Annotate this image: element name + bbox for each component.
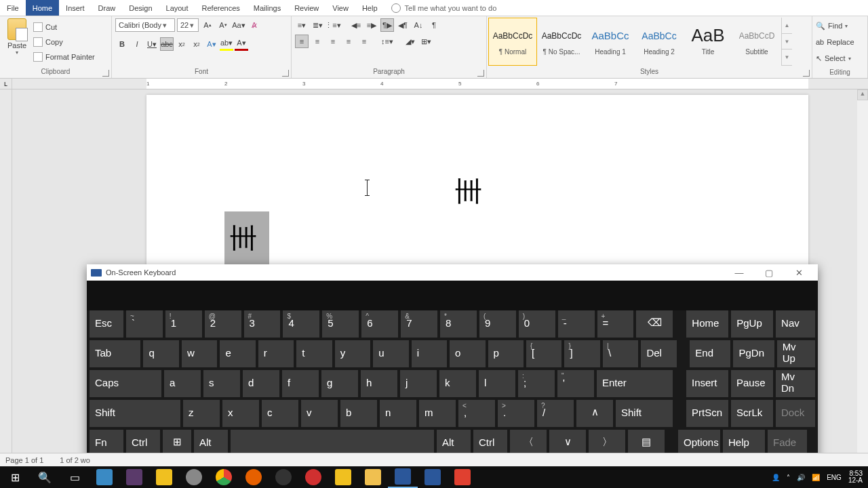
tray-language[interactable]: ENG [827,474,842,481]
vertical-scrollbar[interactable]: ▲ [857,89,868,466]
tell-me-search[interactable]: Tell me what you want to do [391,3,497,13]
style-heading-1[interactable]: AaBbCcHeading 1 [586,18,635,66]
bold-button[interactable]: B [115,37,129,51]
key-Home[interactable]: Home [686,310,728,338]
tab-layout[interactable]: Layout [159,0,195,16]
key-6[interactable]: ^6 [361,310,398,338]
key-o[interactable]: o [450,340,485,367]
tray-volume-icon[interactable]: 🔊 [797,474,805,481]
start-button[interactable]: ⊞ [0,466,30,488]
styles-launcher[interactable] [803,70,810,77]
grow-font-button[interactable]: A▴ [201,18,214,32]
taskbar-app-7[interactable] [269,466,298,488]
tab-design[interactable]: Design [122,0,159,16]
osk-minimize[interactable]: — [724,268,754,278]
key-[interactable]: ?/ [537,400,574,427]
key-u[interactable]: u [373,340,408,367]
taskbar-app-1[interactable] [90,466,119,488]
align-right-button[interactable]: ≡ [326,35,340,48]
taskbar-app-8[interactable] [298,466,328,488]
taskbar-app-9[interactable] [328,466,358,488]
key-[interactable]: :; [518,370,555,397]
key-[interactable]: ~` [126,310,163,338]
taskbar-app-13[interactable] [448,466,477,488]
style--no-spac-[interactable]: AaBbCcDc¶ No Spac... [537,18,586,66]
system-tray[interactable]: 👤 ˄ 🔊 📶 ENG 8:5312-A [772,470,868,484]
tab-view[interactable]: View [326,0,355,16]
select-button[interactable]: ↖Select▾ [816,51,864,66]
key-v[interactable]: v [301,400,338,427]
decrease-indent-button[interactable]: ◀≡ [349,18,363,32]
align-center-button[interactable]: ≡ [311,35,324,48]
show-marks-button[interactable]: ¶ [427,18,441,32]
ltr-button[interactable]: ¶▶ [380,18,394,32]
key-[interactable]: <, [458,400,495,427]
key-[interactable]: >. [498,400,534,427]
multilevel-button[interactable]: ⋮≡▾ [326,18,340,32]
tab-review[interactable]: Review [288,0,326,16]
subscript-button[interactable]: x2 [175,37,189,51]
shrink-font-button[interactable]: A▾ [216,18,230,32]
rtl-button[interactable]: ◀¶ [396,18,410,32]
taskbar-app-4[interactable] [179,466,209,488]
paragraph-launcher[interactable] [477,70,484,77]
key-Nav[interactable]: Nav [776,310,815,338]
style-title[interactable]: AaBTitle [684,18,732,66]
style-heading-2[interactable]: AaBbCcHeading 2 [635,18,684,66]
text-effects-button[interactable]: A▾ [205,37,218,51]
key-l[interactable]: l [479,370,515,397]
taskbar-word[interactable] [388,466,418,488]
key-[interactable]: _- [558,310,595,338]
key-e[interactable]: e [220,340,255,367]
line-spacing-button[interactable]: ↕≡▾ [380,35,394,48]
key-r[interactable]: r [258,340,294,367]
clear-formatting-button[interactable]: A̷ [248,18,261,32]
superscript-button[interactable]: x2 [190,37,203,51]
numbering-button[interactable]: ≣▾ [311,18,324,32]
key-f[interactable]: f [282,370,319,397]
page-count[interactable]: Page 1 of 1 [5,456,43,464]
key-[interactable]: "' [557,370,594,397]
key-Shift[interactable]: Shift [616,400,673,427]
key-Shift[interactable]: Shift [90,400,180,427]
key-5[interactable]: %5 [322,310,359,338]
format-painter-button[interactable]: Format Painter [33,50,95,64]
tray-network-icon[interactable]: 📶 [812,474,820,481]
key-s[interactable]: s [203,370,240,397]
key-End[interactable]: End [690,340,730,367]
key-Tab[interactable]: Tab [90,340,140,367]
key-z[interactable]: z [183,400,220,427]
justify-button[interactable]: ≡ [342,35,355,48]
key-d[interactable]: d [243,370,279,397]
tab-references[interactable]: References [195,0,247,16]
tab-help[interactable]: Help [355,0,384,16]
key-Caps[interactable]: Caps [90,370,161,397]
font-launcher[interactable] [282,70,289,77]
key-Enter[interactable]: Enter [597,370,673,397]
osk-titlebar[interactable]: On-Screen Keyboard — ▢ ✕ [87,264,818,281]
taskbar-app-2[interactable] [119,466,149,488]
word-count[interactable]: 1 of 2 wo [60,456,90,464]
cut-button[interactable]: Cut [33,20,95,34]
key-m[interactable]: m [419,400,456,427]
tray-chevron-up-icon[interactable]: ˄ [787,474,790,481]
key-[interactable]: |\ [603,340,638,367]
key-ScrLk[interactable]: ScrLk [731,400,773,427]
key-a[interactable]: a [164,370,201,397]
underline-button[interactable]: U▾ [145,37,159,51]
key-9[interactable]: (9 [479,310,516,338]
key-i[interactable]: i [412,340,447,367]
distributed-button[interactable]: ≡ [357,35,371,48]
align-left-button[interactable]: ≡ [295,35,309,48]
key-7[interactable]: &7 [401,310,437,338]
key-j[interactable]: j [400,370,437,397]
find-button[interactable]: 🔍Find▾ [816,18,864,33]
shading-button[interactable]: ◢▾ [403,35,417,48]
styles-more[interactable]: ▼ [782,49,792,66]
key-4[interactable]: $4 [283,310,319,338]
key-t[interactable]: t [296,340,332,367]
key-0[interactable]: )0 [519,310,555,338]
tab-home[interactable]: Home [26,0,59,16]
key-Pause[interactable]: Pause [731,370,773,397]
key-g[interactable]: g [321,370,358,397]
